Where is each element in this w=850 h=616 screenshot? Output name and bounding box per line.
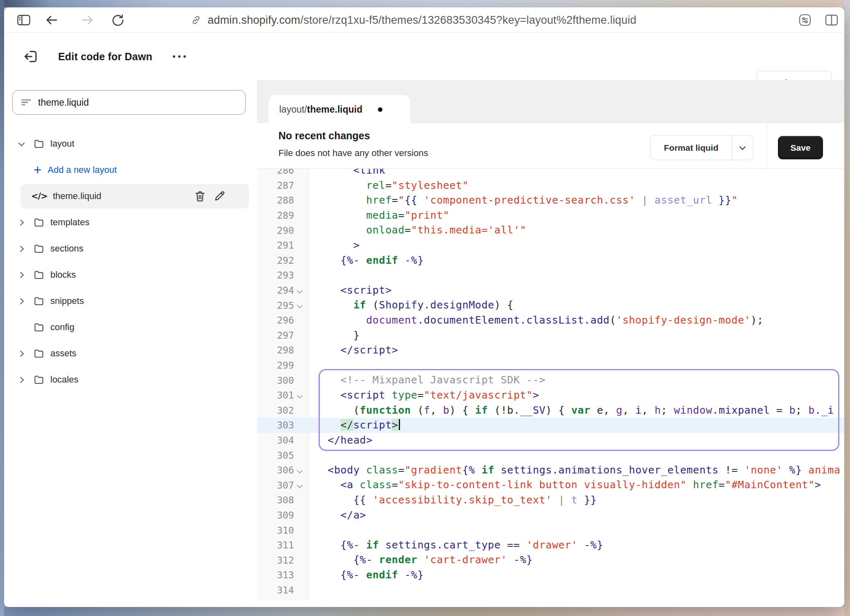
rename-file-icon[interactable] <box>214 190 225 202</box>
code-lines[interactable]: 286 <link287 rel="stylesheet"288 href="{… <box>257 169 844 598</box>
sidebar-file-theme.liquid[interactable]: </>theme.liquid <box>4 183 257 209</box>
code-text[interactable]: </a> <box>309 508 366 523</box>
code-text[interactable]: {%- render 'cart-drawer' -%} <box>309 553 533 568</box>
code-text[interactable] <box>309 448 315 463</box>
chevron-right-icon[interactable] <box>19 246 24 251</box>
code-line-295[interactable]: 295 if (Shopify.designMode) { <box>257 298 844 313</box>
code-line-308[interactable]: 308 {{ 'accessibility.skip_to_text' | t … <box>257 493 844 508</box>
code-line-292[interactable]: 292 {%- endif -%} <box>257 253 844 268</box>
code-text[interactable]: onload="this.media='all'" <box>309 223 527 238</box>
code-line-298[interactable]: 298 </script> <box>257 343 844 358</box>
delete-file-icon[interactable] <box>194 190 206 202</box>
code-line-312[interactable]: 312 {%- render 'cart-drawer' -%} <box>257 553 844 568</box>
code-text[interactable]: document.documentElement.classList.add('… <box>309 313 764 328</box>
chevron-right-icon[interactable] <box>19 351 24 356</box>
fold-chevron-icon[interactable] <box>298 469 301 472</box>
chevron-right-icon[interactable] <box>19 220 24 225</box>
exit-icon[interactable] <box>23 48 39 65</box>
fold-chevron-icon[interactable] <box>298 483 301 487</box>
code-text[interactable]: > <box>309 238 360 253</box>
save-button[interactable]: Save <box>778 136 823 159</box>
code-line-301[interactable]: 301 <script type="text/javascript"> <box>257 388 844 403</box>
code-text[interactable]: <script type="text/javascript"> <box>309 388 539 403</box>
back-icon[interactable] <box>43 7 60 33</box>
code-text[interactable]: <script> <box>309 283 392 298</box>
code-line-311[interactable]: 311 {%- if settings.cart_type == 'drawer… <box>257 538 844 553</box>
code-text[interactable] <box>309 358 315 373</box>
code-line-291[interactable]: 291 > <box>257 238 844 253</box>
code-text[interactable] <box>309 523 315 538</box>
code-line-304[interactable]: 304 </head> <box>257 433 844 448</box>
code-text[interactable]: <a class="skip-to-content-link button vi… <box>309 478 821 493</box>
format-liquid-button[interactable]: Format liquid <box>650 135 753 160</box>
code-text[interactable]: media="print" <box>309 208 450 223</box>
chevron-right-icon[interactable] <box>19 272 24 278</box>
code-text[interactable]: {%- endif -%} <box>309 568 424 583</box>
sidebar-folder-snippets[interactable]: snippets <box>4 288 257 314</box>
code-text[interactable]: {%- endif -%} <box>309 253 424 268</box>
sidebar-folder-locales[interactable]: locales <box>4 367 257 393</box>
address-bar[interactable]: admin.shopify.com/store/rzq1xu-f5/themes… <box>190 7 636 33</box>
code-text[interactable]: {%- if settings.cart_type == 'drawer' -%… <box>309 538 603 553</box>
code-line-314[interactable]: 314 <box>257 583 844 598</box>
code-text[interactable]: <body class="gradient{% if settings.anim… <box>309 463 841 478</box>
code-line-288[interactable]: 288 href="{{ 'component-predictive-searc… <box>257 193 844 208</box>
sidebar-folder-sections[interactable]: sections <box>4 236 257 262</box>
code-line-302[interactable]: 302 (function (f, b) { if (!b.__SV) { va… <box>257 403 844 418</box>
sidebar-folder-assets[interactable]: assets <box>4 340 257 367</box>
code-line-287[interactable]: 287 rel="stylesheet" <box>257 178 844 193</box>
code-text[interactable]: <!-- Mixpanel Javascript SDK --> <box>309 373 545 388</box>
code-line-309[interactable]: 309 </a> <box>257 508 844 523</box>
code-line-299[interactable]: 299 <box>257 358 844 373</box>
code-text[interactable]: } <box>309 328 360 343</box>
code-text[interactable]: (function (f, b) { if (!b.__SV) { var e,… <box>309 403 834 418</box>
code-text[interactable]: {{ 'accessibility.skip_to_text' | t }} <box>309 493 597 508</box>
code-line-290[interactable]: 290 onload="this.media='all'" <box>257 223 844 238</box>
code-line-300[interactable]: 300 <!-- Mixpanel Javascript SDK --> <box>257 373 844 388</box>
code-line-294[interactable]: 294 <script> <box>257 283 844 298</box>
code-line-307[interactable]: 307 <a class="skip-to-content-link butto… <box>257 478 844 493</box>
code-line-303[interactable]: 303 </script> <box>257 418 844 433</box>
forward-icon[interactable] <box>79 7 96 33</box>
reload-icon[interactable] <box>110 7 126 33</box>
url-text[interactable]: admin.shopify.com/store/rzq1xu-f5/themes… <box>208 14 636 27</box>
code-line-293[interactable]: 293 <box>257 268 844 283</box>
sidebar-folder-blocks[interactable]: blocks <box>4 262 257 288</box>
code-line-296[interactable]: 296 document.documentElement.classList.a… <box>257 313 844 328</box>
fold-chevron-icon[interactable] <box>298 289 301 292</box>
code-text[interactable]: </head> <box>309 433 373 448</box>
chevron-right-icon[interactable] <box>19 299 24 304</box>
code-line-306[interactable]: 306 <body class="gradient{% if settings.… <box>257 463 844 478</box>
page-settings-icon[interactable] <box>796 7 814 33</box>
code-line-289[interactable]: 289 media="print" <box>257 208 844 223</box>
code-line-297[interactable]: 297 } <box>257 328 844 343</box>
sidebar-folder-config[interactable]: config <box>4 314 257 340</box>
code-text[interactable]: if (Shopify.designMode) { <box>309 298 513 313</box>
more-menu-button[interactable] <box>168 50 191 63</box>
code-text[interactable]: <link <box>309 169 385 178</box>
code-text[interactable]: rel="stylesheet" <box>309 178 469 193</box>
sidebar-action-add-a-new-layout[interactable]: +Add a new layout <box>4 157 257 183</box>
code-line-313[interactable]: 313 {%- endif -%} <box>257 568 844 583</box>
code-line-286[interactable]: 286 <link <box>257 169 844 178</box>
tab-theme-liquid[interactable]: layout/theme.liquid <box>269 95 410 124</box>
chevron-down-icon[interactable] <box>19 141 24 147</box>
sidebar-folder-templates[interactable]: templates <box>4 209 257 236</box>
code-area[interactable]: 286 <link287 rel="stylesheet"288 href="{… <box>257 169 844 600</box>
sidebar-folder-layout[interactable]: layout <box>4 131 257 157</box>
chevron-right-icon[interactable] <box>19 377 24 383</box>
sidebar-toggle-icon[interactable] <box>16 7 32 33</box>
code-text[interactable]: href="{{ 'component-predictive-search.cs… <box>309 193 738 208</box>
split-view-icon[interactable] <box>822 7 841 33</box>
file-search-box[interactable] <box>12 90 246 115</box>
code-text[interactable]: </script> <box>309 343 398 358</box>
format-options-button[interactable] <box>732 136 753 160</box>
code-line-310[interactable]: 310 <box>257 523 844 538</box>
code-text[interactable]: </script> <box>309 418 400 433</box>
search-input[interactable] <box>38 97 218 108</box>
fold-chevron-icon[interactable] <box>298 394 301 397</box>
code-text[interactable] <box>309 583 315 598</box>
fold-chevron-icon[interactable] <box>298 303 301 307</box>
code-text[interactable] <box>309 268 315 283</box>
code-line-305[interactable]: 305 <box>257 448 844 463</box>
